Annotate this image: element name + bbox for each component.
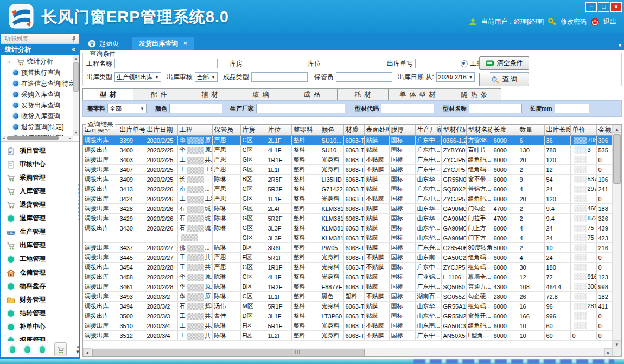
location-input[interactable] xyxy=(323,59,379,68)
tree-item-退货查询[待定][interactable]: 退货查询[待定] xyxy=(1,122,73,132)
column-header-型材代码[interactable]: 型材代码 xyxy=(441,125,466,136)
sidebar-item-采购管理[interactable]: 采购管理 xyxy=(1,171,79,184)
color-input[interactable] xyxy=(169,104,222,113)
tree-item-发货出库查询[interactable]: 发货出库查询 xyxy=(1,100,73,111)
column-header-型材名称[interactable]: 型材名称 xyxy=(466,125,492,136)
table-row[interactable]: 调拨出库34932020/3/2华原...陈琳C区1L1F整料黑色塑料不贴膜国标… xyxy=(83,292,612,302)
tab-overflow-icon[interactable]: ▾ xyxy=(619,42,621,48)
quick-dot-button[interactable] xyxy=(24,346,30,353)
close-button[interactable]: × xyxy=(610,2,622,12)
scroll-thumb[interactable] xyxy=(7,136,59,140)
table-row[interactable]: 调拨出库34292020/2/26石城陈琳G区5R2F整料KLM38176063… xyxy=(83,214,612,223)
quick-dot-button[interactable] xyxy=(40,346,45,353)
sidebar-item-仓储管理[interactable]: 仓储管理 xyxy=(1,266,79,279)
maximize-button[interactable]: □ xyxy=(598,2,609,12)
column-header-材质[interactable]: 材质 xyxy=(343,125,364,136)
out-type-select[interactable]: 生产领料出库▼ xyxy=(114,72,161,82)
table-row[interactable]: 调拨出库34282020/2/26石城陈琳G区2L4F整料KLM38176063… xyxy=(83,204,612,214)
scroll-down-icon[interactable]: ▼ xyxy=(613,340,621,348)
scroll-thumb[interactable] xyxy=(73,62,79,92)
column-header-数量[interactable]: 数量 xyxy=(518,125,544,136)
tab-home[interactable]: 起始页 xyxy=(81,37,125,50)
table-row[interactable]: 调拨出库34542020/2/28工共工程严思G区1R1F整料光身料6063-T… xyxy=(83,263,612,272)
tree-item-预算执行查询[interactable]: 预算执行查询 xyxy=(1,67,73,78)
table-row[interactable]: 调拨出库34582020/2/28华原...陈琳C区4L1F整料光身料6063-… xyxy=(83,272,612,282)
zhengling-select[interactable]: 全部▼ xyxy=(107,104,147,113)
table-row[interactable]: 调拨出库34612020/2/28华原...陈琳B区1R2F整料F8877FT6… xyxy=(83,282,612,292)
column-header-表面处理[interactable]: 表面处理 xyxy=(364,125,389,136)
sidebar-item-项目管理[interactable]: 项目管理 xyxy=(1,144,79,157)
material-tab-单体型材[interactable]: 单体型材 xyxy=(389,88,447,100)
tree-item-收货入库查询[interactable]: 收货入库查询 xyxy=(1,111,73,122)
search-button[interactable]: 查 询 xyxy=(479,73,529,86)
material-tab-辅材[interactable]: 辅材 xyxy=(184,88,235,100)
table-row[interactable]: 调拨出库35122020/3/4工共工程陈琳F区1L2F整料光身料6063-T5… xyxy=(83,331,612,341)
collapse-icon[interactable]: « xyxy=(72,44,75,55)
table-horizontal-scrollbar[interactable]: ◄ ► xyxy=(83,348,613,356)
table-row[interactable]: 调拨出库34452020/2/27工共工程严思F区5R1F整料光身料6063-T… xyxy=(83,253,612,263)
column-header-生产厂家[interactable]: 生产厂家 xyxy=(415,125,441,136)
tab-close-icon[interactable]: × xyxy=(183,40,187,47)
sidebar-item-结转管理[interactable]: 结转管理 xyxy=(1,306,79,320)
table-row[interactable]: 调拨出库33992020/2/25华原...严思C区2L1F整料SU10...6… xyxy=(83,136,612,145)
cart-button[interactable] xyxy=(54,342,67,356)
column-header-库位[interactable]: 库位 xyxy=(266,125,291,136)
more-button[interactable]: » ▾ xyxy=(76,344,79,354)
column-header-颜色[interactable]: 颜色 xyxy=(320,125,343,136)
sidebar-item-退库管理[interactable]: 退库管理 xyxy=(1,212,79,225)
splitter-handle[interactable] xyxy=(78,184,79,222)
clear-conditions-button[interactable]: 清空条件 xyxy=(479,56,529,70)
column-header-整零料[interactable]: 整零料 xyxy=(291,125,320,136)
profile-name-input[interactable] xyxy=(469,104,522,113)
column-header-出库长度[interactable]: 出库长度 xyxy=(544,125,570,136)
scroll-right-icon[interactable]: ► xyxy=(604,348,613,356)
table-row[interactable]: 调拨出库34132020/2/26南...严思C区5R3F整料G71422606… xyxy=(83,184,612,194)
column-header-出库单号[interactable]: 出库单号 xyxy=(118,125,145,136)
tab-shipping-outbound-query[interactable]: 发货出库查询 × xyxy=(132,37,194,50)
column-header-单价[interactable]: 单价 xyxy=(570,125,596,136)
warehouse-input[interactable] xyxy=(245,59,301,68)
table-row[interactable]: 调拨出库34372020/2/27佛...陈琳B区3R6F整料PW056063-… xyxy=(83,243,612,253)
tree-horizontal-scrollbar[interactable]: ◄ ► xyxy=(1,136,73,141)
keeper-input[interactable] xyxy=(336,72,392,82)
column-header-膜厚[interactable]: 膜厚 xyxy=(389,125,415,136)
column-header-工程[interactable]: 工程 xyxy=(177,125,212,136)
scroll-thumb[interactable] xyxy=(613,134,621,184)
length-input[interactable] xyxy=(555,104,589,113)
sidebar-item-补单中心[interactable]: 补单中心 xyxy=(1,320,79,334)
sidebar-item-出库管理[interactable]: 出库管理 xyxy=(1,239,79,252)
table-row[interactable]: 调拨出库34032020/2/25工共工程严思G区1R1F整料光身料6063-T… xyxy=(83,155,612,165)
table-row[interactable]: 调拨出库35002020/3/3工共工程曹佳D区3L1F整料LT3P606063… xyxy=(83,311,612,321)
audit-select[interactable]: 全部▼ xyxy=(195,72,218,82)
table-row[interactable]: 调拨出库34302020/2/26石城陈琳G区3L3F整料KLM38176063… xyxy=(83,223,612,233)
material-tab-型材[interactable]: 型材 xyxy=(82,88,133,100)
profile-code-input[interactable] xyxy=(381,104,434,113)
sidebar-item-物料盘存[interactable]: 物料盘存 xyxy=(1,279,79,293)
table-row[interactable]: G区3L3F整料KLM38176063-T5贴膜国标山东华...GA90M09.… xyxy=(83,233,612,243)
table-row[interactable]: 调拨出库34242020/2/26工工程严思G区1L1F整料光身料6063-T5… xyxy=(83,194,612,204)
column-header-保管员[interactable]: 保管员 xyxy=(212,125,240,136)
tree-item-在途信息查询[待定][interactable]: 在途信息查询[待定] xyxy=(1,78,73,89)
sidebar-group-header[interactable]: 统计分析 « xyxy=(1,44,79,55)
date-from-select[interactable]: 2020/ 2/16▼ xyxy=(436,72,475,82)
material-tab-玻璃[interactable]: 玻璃 xyxy=(235,88,286,100)
scroll-left-icon[interactable]: ◄ xyxy=(83,348,91,356)
sidebar-item-工地管理[interactable]: 工地管理 xyxy=(1,252,79,266)
project-name-input[interactable] xyxy=(114,59,218,68)
column-header-金额[interactable]: 金额 xyxy=(596,125,612,136)
material-tab-成品[interactable]: 成品 xyxy=(286,88,338,100)
sidebar-item-生产管理[interactable]: 生产管理 xyxy=(1,225,79,239)
table-row[interactable]: 调拨出库34942020/3/2石辉城汤伟M区5R1F整料光身料6063-T5贴… xyxy=(83,302,612,311)
table-vertical-scrollbar[interactable]: ▲ ▼ xyxy=(612,125,621,348)
change-password-link[interactable]: 修改密码 xyxy=(561,17,587,27)
order-no-input[interactable] xyxy=(415,59,453,68)
sidebar-item-退货管理[interactable]: 退货管理 xyxy=(1,198,79,212)
tree-item-采购入库查询[interactable]: 采购入库查询 xyxy=(1,89,73,100)
column-header-长度[interactable]: 长度 xyxy=(492,125,518,136)
tree-root-statistics[interactable]: ⊿--统计分析 xyxy=(1,55,73,67)
scroll-up-icon[interactable]: ▲ xyxy=(73,55,79,61)
quick-dot-button[interactable] xyxy=(10,346,15,353)
scroll-right-icon[interactable]: ► xyxy=(68,136,72,141)
table-row[interactable]: 调拨出库34002020/2/25华原...严思C区4L1F整料SU10...6… xyxy=(83,145,612,155)
material-tab-耗材[interactable]: 耗材 xyxy=(338,88,389,100)
